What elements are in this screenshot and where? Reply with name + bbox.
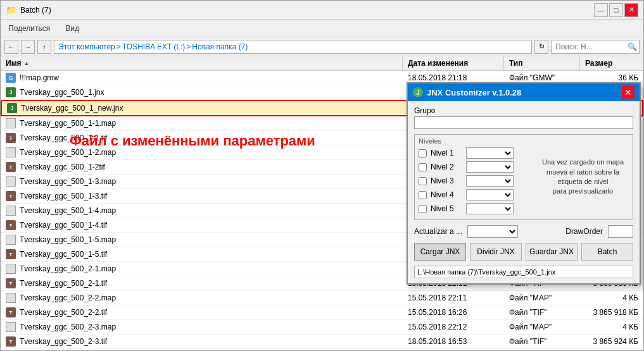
jnx-body: Grupo Niveles Nivel 1 Nivel 2 Nivel 3 Ni…	[408, 101, 640, 283]
header-type[interactable]: Тип	[504, 56, 580, 70]
table-row[interactable]: Tverskay_ggc_500_2-2.map 15.05.2018 22:1…	[1, 291, 643, 305]
nivel-row-4: Nivel 4	[419, 189, 531, 200]
jnx-niveles-hint: Una vez cargado un mapamueva el raton so…	[531, 137, 629, 217]
refresh-button[interactable]: ↻	[534, 40, 548, 54]
file-icon-tif: T	[6, 162, 16, 172]
file-icon-map	[6, 118, 16, 128]
toolbar-view[interactable]: Вид	[63, 23, 82, 34]
nivel-checkbox-5[interactable]	[419, 205, 427, 213]
title-bar: 📁 Batch (7) — □ ✕	[1, 1, 643, 20]
file-icon-map	[6, 176, 16, 187]
nav-up-button[interactable]: ↑	[37, 40, 51, 54]
search-input[interactable]	[555, 42, 625, 51]
file-icon-gmw: G	[6, 73, 16, 83]
jnx-grupo-label: Grupo	[414, 106, 633, 115]
path-computer[interactable]: Этот компьютер	[58, 42, 115, 51]
nivel-select-4[interactable]	[466, 189, 514, 200]
file-name: T Tverskay_ggc_500_1-5.tif	[1, 247, 403, 261]
jnx-dividir-button[interactable]: Dividir JNX	[470, 243, 522, 261]
file-size: 3 865 918 КБ	[580, 305, 643, 319]
file-name: Tverskay_ggc_500_1-5.map	[1, 233, 403, 247]
jnx-title-bar: J JNX Customizer v.1.0.28 ✕	[408, 83, 640, 101]
file-icon-map	[6, 235, 16, 245]
file-name: T Tverskay_ggc_500_2-2.tif	[1, 305, 403, 319]
file-name: T Tverskay_ggc_500_1-2tif	[1, 160, 403, 174]
jnx-path-display: L:\Новая папка (7)\Tverskay_ggc_500_1.jn…	[414, 266, 633, 278]
file-name: Tverskay_ggc_500_1-1.map	[1, 116, 403, 130]
jnx-buttons-row: Cargar JNX Dividir JNX Guardar JNX Batch	[414, 243, 633, 261]
sort-arrow-name: ▲	[24, 60, 30, 66]
file-name: J Tverskay_ggc_500_1.jnx	[1, 85, 403, 99]
close-button[interactable]: ✕	[624, 3, 638, 17]
file-icon-tif: T	[6, 278, 16, 288]
file-type: Файл "MAP"	[504, 320, 580, 334]
jnx-draworder-input[interactable]	[608, 225, 633, 238]
file-size: 3 865 924 КБ	[580, 335, 643, 348]
address-path[interactable]: Этот компьютер > TOSHIBA EXT (L:) > Нова…	[54, 40, 532, 54]
nivel-checkbox-1[interactable]	[419, 149, 427, 157]
file-date: 18.05.2018 16:53	[403, 335, 504, 348]
nivel-select-3[interactable]	[466, 175, 514, 187]
file-name: T Tverskay_ggc_500_1-1.tif	[1, 131, 403, 145]
nav-back-button[interactable]: ←	[4, 40, 18, 54]
jnx-batch-button[interactable]: Batch	[581, 243, 633, 261]
nav-forward-button[interactable]: →	[21, 40, 35, 54]
file-icon-map	[6, 322, 16, 332]
nivel-checkbox-3[interactable]	[419, 177, 427, 185]
minimize-button[interactable]: —	[594, 3, 608, 17]
jnx-grupo-input[interactable]	[414, 116, 633, 129]
header-date[interactable]: Дата изменения	[403, 56, 504, 70]
nivel-checkbox-4[interactable]	[419, 191, 427, 199]
file-date: 15.05.2018 22:11	[403, 291, 504, 305]
file-name: Tverskay_ggc_500_2-2.map	[1, 291, 403, 305]
file-name: J Tverskay_ggc_500_1_new.jnx	[2, 101, 401, 115]
file-date: 15.05.2018 22:18	[403, 349, 504, 350]
file-icon-map	[6, 293, 16, 303]
jnx-close-button[interactable]: ✕	[622, 86, 635, 99]
toolbar: Поделиться Вид	[1, 20, 643, 37]
nivel-select-5[interactable]	[466, 203, 514, 214]
nivel-row-3: Nivel 3	[419, 175, 531, 187]
file-name: Tverskay_ggc_500_1-4.map	[1, 204, 403, 218]
file-size: 4 КБ	[580, 291, 643, 305]
jnx-niveles-label: Niveles	[419, 137, 531, 145]
file-icon-map	[6, 206, 16, 216]
jnx-actualizar-row: Actualizar a ... DrawOrder	[414, 225, 633, 238]
header-name[interactable]: Имя ▲	[1, 56, 403, 70]
nivel-select-2[interactable]	[466, 161, 514, 173]
file-icon-tif: T	[6, 220, 16, 230]
jnx-path-row: L:\Новая папка (7)\Tverskay_ggc_500_1.jn…	[414, 266, 633, 278]
table-row[interactable]: T Tverskay_ggc_500_2-2.tif 15.05.2018 16…	[1, 305, 643, 320]
file-icon-tif: T	[6, 249, 16, 259]
file-list-header: Имя ▲ Дата изменения Тип Размер	[1, 56, 643, 71]
jnx-actualizar-label: Actualizar a ...	[414, 227, 462, 236]
search-icon: 🔍	[628, 42, 637, 51]
nivel-label-3: Nivel 3	[431, 176, 462, 185]
nivel-select-1[interactable]	[466, 147, 514, 159]
path-folder[interactable]: Новая папка (7)	[192, 42, 248, 51]
nivel-label-1: Nivel 1	[431, 149, 462, 157]
file-name: T Tverskay_ggc_500_2-1.tif	[1, 276, 403, 290]
jnx-actualizar-select[interactable]	[467, 225, 518, 238]
table-row[interactable]: Tverskay_ggc_500_2-4.map 15.05.2018 22:1…	[1, 349, 643, 350]
jnx-cargar-button[interactable]: Cargar JNX	[414, 243, 466, 261]
nivel-row-1: Nivel 1	[419, 147, 531, 159]
nivel-checkbox-2[interactable]	[419, 163, 427, 171]
file-name: G !!!map.gmw	[1, 71, 403, 85]
path-drive[interactable]: TOSHIBA EXT (L:)	[122, 42, 186, 51]
nivel-label-5: Nivel 5	[431, 204, 462, 213]
file-name: Tverskay_ggc_500_1-3.map	[1, 175, 403, 188]
file-icon-map	[6, 147, 16, 157]
toolbar-share[interactable]: Поделиться	[6, 23, 53, 34]
table-row[interactable]: T Tverskay_ggc_500_2-3.tif 18.05.2018 16…	[1, 335, 643, 349]
jnx-guardar-button[interactable]: Guardar JNX	[526, 243, 578, 261]
nivel-label-4: Nivel 4	[431, 190, 462, 199]
jnx-hint-text: Una vez cargado un mapamueva el raton so…	[537, 157, 629, 197]
header-size[interactable]: Размер	[580, 56, 643, 70]
maximize-button[interactable]: □	[609, 3, 623, 17]
jnx-draworder-label: DrawOrder	[565, 227, 603, 236]
jnx-title-text: JNX Customizer v.1.0.28	[427, 88, 521, 97]
file-type: Файл "TIF"	[504, 335, 580, 348]
table-row[interactable]: Tverskay_ggc_500_2-3.map 15.05.2018 22:1…	[1, 320, 643, 335]
nivel-row-2: Nivel 2	[419, 161, 531, 173]
